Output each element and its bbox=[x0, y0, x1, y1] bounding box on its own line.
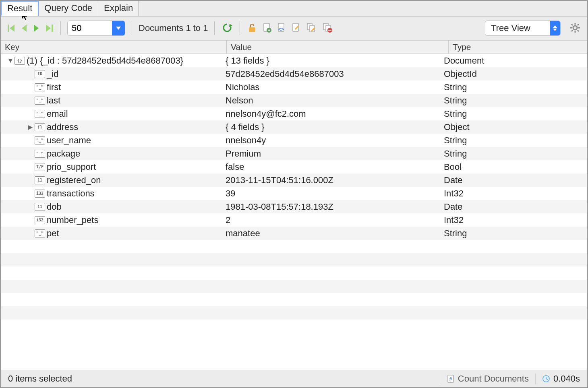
empty-row bbox=[1, 320, 587, 333]
tree-row[interactable]: "_"emailnnelson4y@fc2.comString bbox=[1, 107, 587, 120]
delete-docs-button[interactable] bbox=[321, 22, 333, 35]
type-icon: 11 bbox=[35, 203, 45, 211]
type-cell: String bbox=[441, 228, 587, 239]
value-cell: { 13 fields } bbox=[223, 56, 441, 66]
value-cell: Nelson bbox=[223, 95, 441, 106]
type-icon: "_" bbox=[35, 136, 45, 144]
tree-row[interactable]: ▼{}(1) {_id : 57d28452ed5d4d54e8687003}{… bbox=[1, 54, 587, 67]
type-cell: Int32 bbox=[441, 188, 587, 199]
count-documents-button[interactable]: # Count Documents bbox=[440, 374, 529, 384]
type-cell: String bbox=[441, 82, 587, 93]
tab-explain[interactable]: Explain bbox=[98, 1, 139, 16]
type-cell: Bool bbox=[441, 162, 587, 172]
key-label: (1) {_id : 57d28452ed5d4d54e8687003} bbox=[27, 56, 183, 66]
next-page-button[interactable] bbox=[32, 23, 40, 33]
copy-docs-button[interactable] bbox=[305, 22, 317, 35]
column-header-value[interactable]: Value bbox=[227, 41, 449, 54]
tree-row[interactable]: ▶{}address{ 4 fields }Object bbox=[1, 120, 587, 134]
tree-row[interactable]: "_"packagePremiumString bbox=[1, 147, 587, 160]
svg-marker-4 bbox=[46, 25, 51, 32]
new-doc-button[interactable] bbox=[262, 22, 272, 35]
toolbar: Documents 1 to 1 <> Tree View bbox=[1, 17, 587, 40]
type-icon: i32 bbox=[35, 216, 45, 224]
key-label: transactions bbox=[47, 188, 95, 199]
value-cell: 2 bbox=[223, 215, 441, 225]
type-icon: "_" bbox=[35, 97, 45, 105]
tab-result[interactable]: Result bbox=[1, 1, 39, 16]
svg-line-29 bbox=[571, 24, 573, 25]
value-cell: nnelson4y bbox=[223, 135, 441, 146]
type-cell: Date bbox=[441, 175, 587, 186]
view-json-button[interactable]: <> bbox=[276, 22, 287, 35]
type-cell: ObjectId bbox=[441, 69, 587, 79]
svg-marker-6 bbox=[116, 27, 121, 30]
key-label: user_name bbox=[47, 135, 91, 146]
key-label: last bbox=[47, 95, 60, 106]
tree-row[interactable]: i32transactions39Int32 bbox=[1, 187, 587, 200]
edit-doc-button[interactable] bbox=[291, 22, 301, 35]
tree-row[interactable]: i32number_pets2Int32 bbox=[1, 213, 587, 227]
value-cell: { 4 fields } bbox=[223, 122, 441, 132]
key-label: first bbox=[47, 82, 61, 93]
svg-point-24 bbox=[573, 26, 577, 30]
type-icon: i32 bbox=[35, 190, 45, 198]
empty-row bbox=[1, 306, 587, 320]
page-size-input[interactable] bbox=[68, 21, 112, 35]
type-icon: T/F bbox=[35, 163, 45, 171]
svg-rect-21 bbox=[328, 30, 331, 31]
grid-body[interactable]: ▼{}(1) {_id : 57d28452ed5d4d54e8687003}{… bbox=[1, 54, 587, 370]
svg-text:#: # bbox=[449, 376, 452, 382]
type-cell: String bbox=[441, 135, 587, 146]
type-icon: {} bbox=[35, 123, 45, 131]
value-cell: 1981-03-08T15:57:18.193Z bbox=[223, 202, 441, 212]
settings-button[interactable] bbox=[569, 21, 582, 35]
value-cell: 57d28452ed5d4d54e8687003 bbox=[223, 69, 441, 79]
status-bar: 0 items selected # Count Documents 0.040… bbox=[1, 370, 587, 387]
type-cell: Object bbox=[441, 122, 587, 132]
empty-row bbox=[1, 280, 587, 293]
tab-query-code[interactable]: Query Code bbox=[38, 1, 98, 16]
key-label: package bbox=[47, 149, 80, 159]
chevron-right-icon[interactable]: ▶ bbox=[27, 123, 33, 131]
key-label: address bbox=[47, 122, 78, 132]
tree-row[interactable]: 11dob1981-03-08T15:57:18.193ZDate bbox=[1, 200, 587, 213]
svg-marker-23 bbox=[553, 29, 557, 31]
selection-status: 0 items selected bbox=[8, 374, 72, 384]
key-label: email bbox=[47, 109, 68, 119]
documents-range-label: Documents 1 to 1 bbox=[139, 23, 208, 33]
key-label: pet bbox=[47, 228, 59, 239]
chevron-down-icon[interactable] bbox=[112, 21, 125, 35]
first-page-button[interactable] bbox=[6, 23, 16, 33]
type-cell: Int32 bbox=[441, 215, 587, 225]
svg-line-30 bbox=[578, 30, 579, 31]
type-cell: String bbox=[441, 149, 587, 159]
type-icon: "_" bbox=[35, 229, 45, 237]
last-page-button[interactable] bbox=[44, 23, 54, 33]
tree-row[interactable]: "_"user_namennelson4yString bbox=[1, 134, 587, 147]
svg-rect-0 bbox=[8, 25, 9, 32]
svg-rect-5 bbox=[52, 25, 53, 32]
type-icon: ID bbox=[35, 70, 45, 78]
tree-row[interactable]: T/Fprio_supportfalseBool bbox=[1, 160, 587, 173]
view-mode-selector[interactable]: Tree View bbox=[485, 21, 561, 36]
type-icon: {} bbox=[14, 57, 25, 65]
column-header-type[interactable]: Type bbox=[449, 41, 587, 54]
empty-row bbox=[1, 240, 587, 253]
tab-bar: ResultQuery CodeExplain bbox=[1, 1, 587, 17]
page-size-selector[interactable] bbox=[67, 21, 125, 36]
tree-row[interactable]: 11registered_on2013-11-15T04:51:16.000ZD… bbox=[1, 173, 587, 187]
value-cell: 39 bbox=[223, 188, 441, 199]
unlock-button[interactable] bbox=[246, 22, 258, 35]
prev-page-button[interactable] bbox=[20, 23, 28, 33]
type-icon: "_" bbox=[35, 83, 45, 91]
tree-row[interactable]: "_"petmanateeString bbox=[1, 227, 587, 240]
tree-row[interactable]: ID_id57d28452ed5d4d54e8687003ObjectId bbox=[1, 67, 587, 80]
refresh-button[interactable] bbox=[221, 22, 233, 35]
column-header-key[interactable]: Key bbox=[1, 41, 227, 54]
key-label: prio_support bbox=[47, 162, 96, 172]
tree-row[interactable]: "_"firstNicholasString bbox=[1, 80, 587, 94]
key-label: number_pets bbox=[47, 215, 98, 225]
chevron-down-icon[interactable]: ▼ bbox=[7, 57, 13, 64]
tree-row[interactable]: "_"lastNelsonString bbox=[1, 94, 587, 107]
type-icon: 11 bbox=[35, 176, 45, 184]
